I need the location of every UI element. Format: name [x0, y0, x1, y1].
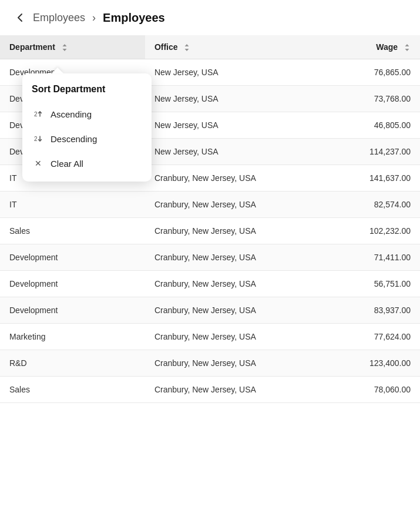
- sort-clear-item[interactable]: ✕ Clear All: [22, 151, 152, 176]
- cell-department: R&D: [0, 350, 145, 377]
- sort-descending-label: Descending: [51, 134, 97, 144]
- cell-office: Cranbury, New Jersey, USA: [145, 324, 314, 350]
- sort-descending-icon: 2: [32, 132, 45, 145]
- sort-clear-label: Clear All: [51, 159, 83, 169]
- breadcrumb-separator: ›: [92, 12, 96, 24]
- cell-department: Sales: [0, 377, 145, 403]
- cell-wage: 141,637.00: [314, 165, 420, 192]
- cell-department: IT: [0, 192, 145, 218]
- sort-icon-department: [61, 43, 68, 52]
- cell-office: Cranbury, New Jersey, USA: [145, 271, 314, 297]
- cell-department: Development: [0, 271, 145, 297]
- cell-wage: 83,937.00: [314, 297, 420, 324]
- cell-wage: 78,060.00: [314, 377, 420, 403]
- col-header-department[interactable]: Department: [0, 35, 145, 59]
- table-row: SalesCranbury, New Jersey, USA102,232.00: [0, 218, 420, 244]
- cell-office: New Jersey, USA: [145, 86, 314, 112]
- table-row: R&DCranbury, New Jersey, USA123,400.00: [0, 350, 420, 377]
- col-header-office[interactable]: Office: [145, 35, 314, 59]
- page-container: Employees › Employees Department: [0, 0, 420, 527]
- cell-office: Cranbury, New Jersey, USA: [145, 218, 314, 244]
- table-row: DevelopmentCranbury, New Jersey, USA71,4…: [0, 244, 420, 271]
- sort-ascending-label: Ascending: [51, 109, 92, 119]
- table-row: SalesCranbury, New Jersey, USA78,060.00: [0, 377, 420, 403]
- cell-office: New Jersey, USA: [145, 139, 314, 165]
- cell-office: Cranbury, New Jersey, USA: [145, 165, 314, 192]
- header: Employees › Employees: [0, 0, 420, 35]
- col-header-wage[interactable]: Wage: [314, 35, 420, 59]
- sort-descending-item[interactable]: 2 Descending: [22, 126, 152, 151]
- cell-office: Cranbury, New Jersey, USA: [145, 297, 314, 324]
- cell-wage: 71,411.00: [314, 244, 420, 271]
- cell-office: Cranbury, New Jersey, USA: [145, 244, 314, 271]
- sort-popup-title: Sort Department: [22, 79, 152, 102]
- cell-wage: 114,237.00: [314, 139, 420, 165]
- cell-department: Development: [0, 297, 145, 324]
- cell-wage: 82,574.00: [314, 192, 420, 218]
- sort-popup: Sort Department 2 Ascending 2: [22, 73, 152, 182]
- table-row: DevelopmentCranbury, New Jersey, USA56,7…: [0, 271, 420, 297]
- svg-text:2: 2: [34, 111, 38, 118]
- cell-wage: 56,751.00: [314, 271, 420, 297]
- cell-department: Sales: [0, 218, 145, 244]
- breadcrumb-current: Employees: [103, 11, 165, 25]
- sort-ascending-item[interactable]: 2 Ascending: [22, 102, 152, 126]
- sort-icon-wage: [404, 43, 411, 52]
- table-row: MarketingCranbury, New Jersey, USA77,624…: [0, 324, 420, 350]
- svg-text:2: 2: [34, 136, 38, 142]
- cell-office: Cranbury, New Jersey, USA: [145, 377, 314, 403]
- sort-ascending-icon: 2: [32, 108, 45, 120]
- table-row: DevelopmentCranbury, New Jersey, USA83,9…: [0, 297, 420, 324]
- cell-wage: 123,400.00: [314, 350, 420, 377]
- cell-wage: 73,768.00: [314, 86, 420, 112]
- table-row: ITCranbury, New Jersey, USA82,574.00: [0, 192, 420, 218]
- sort-icon-office: [183, 43, 190, 52]
- back-button[interactable]: [12, 9, 28, 26]
- cell-office: New Jersey, USA: [145, 59, 314, 86]
- cell-office: New Jersey, USA: [145, 112, 314, 139]
- cell-wage: 46,805.00: [314, 112, 420, 139]
- clear-icon: ✕: [32, 157, 45, 170]
- cell-office: Cranbury, New Jersey, USA: [145, 192, 314, 218]
- breadcrumb-parent[interactable]: Employees: [33, 12, 85, 24]
- cell-department: Development: [0, 244, 145, 271]
- cell-wage: 102,232.00: [314, 218, 420, 244]
- cell-department: Marketing: [0, 324, 145, 350]
- cell-wage: 77,624.00: [314, 324, 420, 350]
- cell-office: Cranbury, New Jersey, USA: [145, 350, 314, 377]
- cell-wage: 76,865.00: [314, 59, 420, 86]
